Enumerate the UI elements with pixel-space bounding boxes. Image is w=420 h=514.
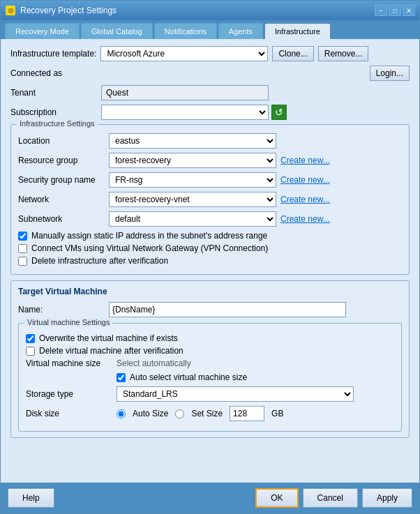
template-select[interactable]: Microsoft Azure	[100, 46, 268, 61]
subnetwork-create-link[interactable]: Create new...	[280, 214, 330, 224]
titlebar: ⚙ Recovery Project Settings − □ ✕	[1, 1, 419, 20]
footer-right: OK Cancel Apply	[255, 488, 412, 508]
security-group-select[interactable]: FR-nsg	[109, 172, 276, 188]
security-group-row: Security group name FR-nsg Create new...	[18, 172, 402, 188]
overwrite-vm-label: Overwrite the virtual machine if exists	[39, 333, 178, 343]
refresh-subscription-button[interactable]: ↺	[271, 105, 287, 120]
resource-group-label: Resource group	[18, 156, 109, 165]
infra-settings-label: Infrastructure Settings	[17, 119, 98, 128]
checkbox-static-ip-row: Manually assign static IP address in the…	[18, 231, 402, 241]
set-size-label: Set Size	[191, 409, 223, 418]
security-group-label: Security group name	[18, 175, 109, 185]
delete-vm-checkbox[interactable]	[26, 347, 35, 356]
tabs-bar: Recovery Mode Global Catalog Notificatio…	[1, 20, 419, 39]
vm-settings-label: Virtual machine Settings	[24, 318, 112, 326]
delete-infra-checkbox[interactable]	[18, 257, 27, 266]
remove-button[interactable]: Remove...	[318, 46, 369, 61]
network-row: Network forest-recovery-vnet Create new.…	[18, 192, 402, 207]
tenant-label: Tenant	[10, 88, 101, 98]
tenant-value: Quest	[101, 85, 269, 100]
vm-settings-group: Virtual machine Settings Overwrite the v…	[18, 323, 402, 432]
static-ip-label: Manually assign static IP address in the…	[31, 231, 267, 241]
location-row: Location eastus	[18, 133, 402, 149]
vm-size-row: Virtual machine size Select automaticall…	[26, 358, 394, 368]
tab-recovery-mode[interactable]: Recovery Mode	[5, 23, 80, 39]
auto-select-vm-checkbox[interactable]	[117, 373, 126, 382]
connected-as-row: Connected as Login...	[10, 66, 410, 81]
vm-name-label: Name:	[18, 305, 109, 315]
disk-size-input[interactable]	[230, 406, 264, 421]
tab-agents[interactable]: Agents	[218, 23, 263, 39]
svg-text:⚙: ⚙	[8, 7, 14, 15]
vm-size-value: Select automatically	[117, 358, 191, 368]
checkbox-delete-infra-row: Delete infrastructure after verification	[18, 256, 402, 266]
static-ip-checkbox[interactable]	[18, 232, 27, 241]
storage-type-select[interactable]: Standard_LRS	[117, 386, 354, 402]
tenant-row: Tenant Quest	[10, 85, 410, 100]
template-label: Infrastructure template:	[10, 49, 96, 59]
disk-size-label: Disk size	[26, 409, 117, 418]
overwrite-vm-checkbox[interactable]	[26, 334, 35, 343]
subnetwork-row: Subnetwork default Create new...	[18, 211, 402, 227]
auto-size-label: Auto Size	[133, 409, 168, 418]
tab-infrastructure[interactable]: Infrastructure	[264, 23, 331, 39]
disk-size-row: Disk size Auto Size Set Size GB	[26, 406, 394, 421]
target-vm-title: Target Virtual Machine	[18, 287, 402, 296]
disk-size-unit: GB	[271, 409, 283, 418]
set-size-radio[interactable]	[175, 409, 184, 418]
delete-infra-label: Delete infrastructure after verification	[31, 256, 168, 266]
network-create-link[interactable]: Create new...	[280, 195, 330, 204]
vm-size-label: Virtual machine size	[26, 358, 117, 368]
minimize-button[interactable]: −	[375, 5, 387, 16]
help-button[interactable]: Help	[8, 488, 54, 508]
infrastructure-settings-group: Infrastructure Settings Location eastus …	[10, 124, 410, 275]
overwrite-vm-row: Overwrite the virtual machine if exists	[26, 333, 394, 343]
delete-vm-label: Delete virtual machine after verificatio…	[39, 346, 183, 356]
infra-settings-inner: Location eastus Resource group forest-re…	[18, 133, 402, 266]
titlebar-buttons: − □ ✕	[375, 5, 415, 16]
vpn-checkbox[interactable]	[18, 244, 27, 253]
infrastructure-template-row: Infrastructure template: Microsoft Azure…	[10, 46, 410, 61]
login-button[interactable]: Login...	[370, 66, 410, 81]
auto-size-radio[interactable]	[117, 409, 126, 418]
clone-button[interactable]: Clone...	[272, 46, 313, 61]
subnetwork-label: Subnetwork	[18, 214, 109, 224]
resource-group-create-link[interactable]: Create new...	[280, 156, 330, 165]
network-select[interactable]: forest-recovery-vnet	[109, 192, 276, 207]
auto-select-vm-label: Auto select virtual machine size	[130, 372, 247, 382]
window-title: Recovery Project Settings	[20, 6, 375, 15]
subscription-row: Subscription ↺	[10, 105, 410, 120]
cancel-button[interactable]: Cancel	[303, 488, 358, 508]
network-label: Network	[18, 195, 109, 204]
target-vm-section: Target Virtual Machine Name: Virtual mac…	[10, 280, 410, 438]
close-button[interactable]: ✕	[403, 5, 415, 16]
main-window: ⚙ Recovery Project Settings − □ ✕ Recove…	[0, 0, 420, 514]
subscription-select[interactable]	[101, 105, 269, 120]
ok-button[interactable]: OK	[255, 488, 298, 508]
maximize-button[interactable]: □	[389, 5, 401, 16]
resource-group-select[interactable]: forest-recovery	[109, 153, 276, 168]
location-select[interactable]: eastus	[109, 133, 276, 149]
tab-global-catalog[interactable]: Global Catalog	[81, 23, 153, 39]
resource-group-row: Resource group forest-recovery Create ne…	[18, 153, 402, 168]
location-label: Location	[18, 136, 109, 146]
delete-vm-row: Delete virtual machine after verificatio…	[26, 346, 394, 356]
vpn-label: Connect VMs using Virtual Network Gatewa…	[31, 243, 268, 253]
checkbox-vpn-row: Connect VMs using Virtual Network Gatewa…	[18, 243, 402, 253]
vm-name-input[interactable]	[109, 302, 346, 317]
security-group-create-link[interactable]: Create new...	[280, 175, 330, 185]
disk-size-radio-group: Auto Size Set Size GB	[117, 406, 283, 421]
storage-type-label: Storage type	[26, 389, 117, 399]
vm-name-row: Name:	[18, 302, 402, 317]
apply-button[interactable]: Apply	[362, 488, 412, 508]
window-icon: ⚙	[5, 5, 16, 16]
storage-type-row: Storage type Standard_LRS	[26, 386, 394, 402]
connected-as-label: Connected as	[10, 68, 62, 78]
subscription-label: Subscription	[10, 107, 101, 117]
main-content: Infrastructure template: Microsoft Azure…	[1, 39, 419, 483]
footer: Help OK Cancel Apply	[1, 483, 419, 513]
subnetwork-select[interactable]: default	[109, 211, 276, 227]
auto-select-vm-row: Auto select virtual machine size	[26, 372, 394, 382]
tab-notifications[interactable]: Notifications	[154, 23, 217, 39]
